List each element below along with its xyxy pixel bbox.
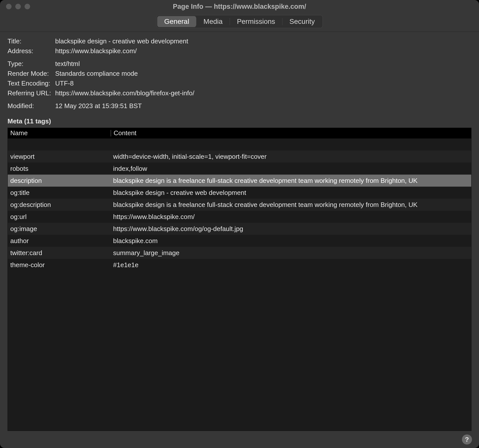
cell-name: og:url [8, 213, 111, 221]
cell-name: robots [8, 165, 111, 173]
label-text-encoding: Text Encoding: [8, 80, 53, 87]
page-info-window: Page Info — https://www.blackspike.com/ … [0, 0, 479, 448]
cell-content: https://www.blackspike.com/ [111, 213, 471, 221]
table-row[interactable]: og:descriptionblackspike design is a fre… [8, 199, 471, 211]
cell-name: description [8, 177, 111, 185]
label-title: Title: [8, 37, 53, 45]
tabbar: General Media Permissions Security [0, 13, 479, 32]
meta-table: Name Content viewportwidth=device-width,… [8, 128, 471, 431]
minimize-window-button[interactable] [15, 4, 21, 9]
tab-general[interactable]: General [157, 16, 196, 27]
label-address: Address: [8, 47, 53, 55]
value-address: https://www.blackspike.com/ [55, 47, 471, 55]
value-text-encoding: UTF-8 [55, 80, 471, 87]
table-row[interactable]: descriptionblackspike design is a freela… [8, 175, 471, 187]
label-render-mode: Render Mode: [8, 70, 53, 78]
table-row[interactable]: twitter:cardsummary_large_image [8, 247, 471, 259]
content-area: Title: blackspike design - creative web … [0, 32, 479, 431]
label-type: Type: [8, 60, 53, 68]
cell-name: og:image [8, 225, 111, 233]
value-referring-url: https://www.blackspike.com/blog/firefox-… [55, 89, 471, 97]
cell-content: https://www.blackspike.com/og/og-default… [111, 225, 471, 233]
tab-media[interactable]: Media [196, 16, 229, 27]
help-button[interactable]: ? [462, 434, 472, 444]
footer: ? [0, 431, 479, 448]
cell-name: theme-color [8, 261, 111, 269]
cell-name: viewport [8, 153, 111, 161]
tab-security[interactable]: Security [282, 16, 322, 27]
window-controls [6, 4, 30, 9]
cell-content: width=device-width, initial-scale=1, vie… [111, 153, 471, 161]
table-row[interactable]: og:titleblackspike design - creative web… [8, 187, 471, 199]
spacer [8, 57, 471, 58]
column-header-name[interactable]: Name [8, 129, 111, 137]
table-row[interactable]: og:urlhttps://www.blackspike.com/ [8, 211, 471, 223]
cell-content: index,follow [111, 165, 471, 173]
value-render-mode: Standards compliance mode [55, 70, 471, 78]
table-row[interactable]: authorblackspike.com [8, 235, 471, 247]
close-window-button[interactable] [6, 4, 12, 9]
table-header-row: Name Content [8, 128, 471, 138]
cell-content: summary_large_image [111, 249, 471, 257]
table-body[interactable]: viewportwidth=device-width, initial-scal… [8, 138, 471, 431]
cell-content: #1e1e1e [111, 261, 471, 269]
cell-name: author [8, 237, 111, 245]
table-row[interactable]: robotsindex,follow [8, 163, 471, 175]
cell-content: blackspike.com [111, 237, 471, 245]
table-row[interactable] [8, 138, 471, 151]
value-title: blackspike design - creative web develop… [55, 37, 471, 45]
info-grid: Title: blackspike design - creative web … [8, 37, 471, 110]
table-row[interactable]: og:imagehttps://www.blackspike.com/og/og… [8, 223, 471, 235]
cell-content: blackspike design - creative web develop… [111, 189, 471, 197]
meta-section-header: Meta (11 tags) [8, 117, 471, 125]
tab-permissions[interactable]: Permissions [230, 16, 282, 27]
spacer [8, 99, 471, 100]
titlebar: Page Info — https://www.blackspike.com/ [0, 0, 479, 13]
cell-name: og:title [8, 189, 111, 197]
value-modified: 12 May 2023 at 15:39:51 BST [55, 102, 471, 110]
cell-name: og:description [8, 201, 111, 209]
cell-content: blackspike design is a freelance full-st… [111, 177, 471, 185]
label-referring-url: Referring URL: [8, 89, 53, 97]
table-row[interactable]: viewportwidth=device-width, initial-scal… [8, 151, 471, 163]
cell-content: blackspike design is a freelance full-st… [111, 201, 471, 209]
label-modified: Modified: [8, 102, 53, 110]
window-title: Page Info — https://www.blackspike.com/ [173, 3, 306, 11]
table-row[interactable]: theme-color#1e1e1e [8, 259, 471, 271]
column-header-content[interactable]: Content [111, 129, 471, 137]
segmented-control: General Media Permissions Security [156, 15, 323, 28]
zoom-window-button[interactable] [25, 4, 30, 9]
cell-name: twitter:card [8, 249, 111, 257]
question-mark-icon: ? [465, 436, 469, 443]
value-type: text/html [55, 60, 471, 68]
